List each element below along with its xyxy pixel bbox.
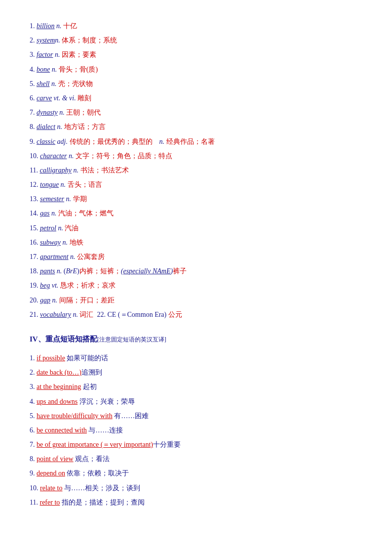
list-item: 17. apartment n. 公寓套房 (30, 251, 362, 263)
list-item: 6. be connected with 与……连接 (30, 424, 362, 436)
list-item: 11. refer to 指的是；描述；提到；查阅 (30, 496, 362, 509)
section-title: IV、重点短语知搭配[注意固定短语的英汉互译] (30, 333, 362, 346)
list-item: 1. billion n. 十亿 (30, 20, 362, 32)
list-item: 13. semester n. 学期 (30, 193, 362, 205)
vocabulary-list: 1. billion n. 十亿 2. systemn. 体系；制度；系统 3.… (30, 20, 362, 321)
list-item: 5. have trouble/difficulty with 有……困难 (30, 410, 362, 422)
list-item: 4. bone n. 骨头；骨(质) (30, 63, 362, 76)
list-item: 12. tongue n. 舌头；语言 (30, 178, 362, 191)
phrase-section: IV、重点短语知搭配[注意固定短语的英汉互译] 1. if possible 如… (30, 333, 362, 509)
list-item: 3. at the beginning 起初 (30, 381, 362, 393)
list-item: 14. gas n. 汽油；气体；燃气 (30, 207, 362, 219)
list-item: 8. point of view 观点；看法 (30, 453, 362, 465)
list-item: 11. calligraphy n. 书法；书法艺术 (30, 164, 362, 176)
list-item: 21. vocabulary n. 词汇 22. CE (＝Common Era… (30, 308, 362, 321)
list-item: 6. carve vt. & vi. 雕刻 (30, 92, 362, 104)
list-item: 9. depend on 依靠；依赖；取决于 (30, 467, 362, 479)
list-item: 9. classic adj. 传统的；最优秀的；典型的 n. 经典作品；名著 (30, 135, 362, 148)
list-item: 7. be of great importance (＝very importa… (30, 438, 362, 451)
list-item: 8. dialect n. 地方话；方言 (30, 121, 362, 133)
list-item: 10. character n. 文字；符号；角色；品质；特点 (30, 150, 362, 162)
list-item: 20. gap n. 间隔；开口；差距 (30, 294, 362, 306)
list-item: 16. subway n. 地铁 (30, 236, 362, 249)
list-item: 2. date back (to…)追溯到 (30, 366, 362, 379)
list-item: 1. if possible 如果可能的话 (30, 352, 362, 364)
list-item: 7. dynasty n. 王朝；朝代 (30, 106, 362, 119)
list-item: 4. ups and downs 浮沉；兴衰；荣辱 (30, 395, 362, 408)
list-item: 19. beg vt. 恳求；祈求；哀求 (30, 279, 362, 292)
list-item: 15. petrol n. 汽油 (30, 222, 362, 234)
list-item: 3. factor n. 因素；要素 (30, 48, 362, 61)
item-number: 1. (30, 22, 37, 30)
list-item: 5. shell n. 壳；壳状物 (30, 78, 362, 90)
list-item: 10. relate to 与……相关；涉及；谈到 (30, 482, 362, 494)
list-item: 2. systemn. 体系；制度；系统 (30, 34, 362, 46)
list-item: 18. pants n. (BrE)内裤；短裤；(especially NAmE… (30, 265, 362, 277)
